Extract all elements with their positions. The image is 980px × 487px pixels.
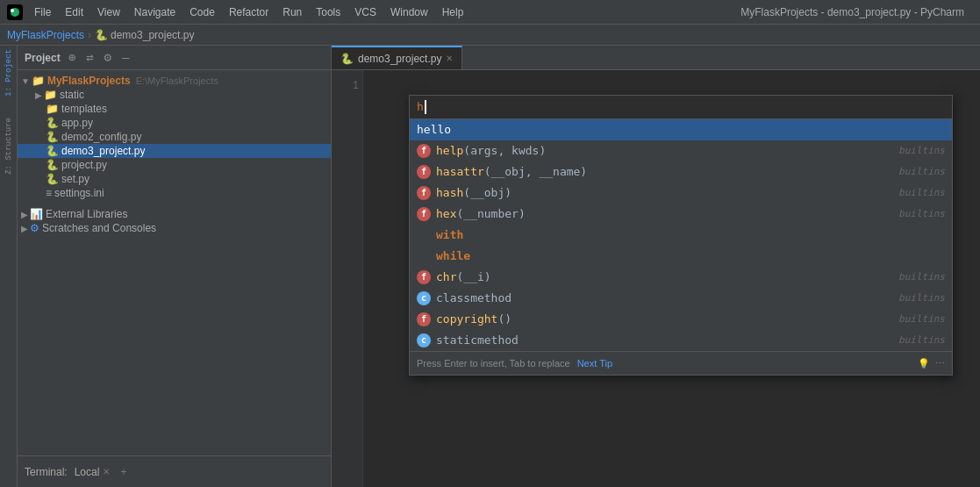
- menu-view[interactable]: View: [91, 4, 126, 20]
- item-source-6: builtins: [898, 269, 945, 286]
- demo2-py-icon: 🐍: [46, 131, 59, 143]
- project-panel-title: Project: [25, 52, 61, 64]
- ext-libs-icon: 📊: [30, 208, 43, 220]
- item-source-3: builtins: [898, 205, 945, 223]
- tree-item-external-libs[interactable]: ▶ 📊 External Libraries: [18, 207, 331, 221]
- badge-f-6: f: [417, 270, 431, 284]
- autocomplete-input-row: h: [410, 96, 952, 119]
- item-name-3: hex(__number): [436, 205, 526, 223]
- line-numbers: 1: [332, 70, 363, 487]
- editor-tabs: 🐍 demo3_project.py ✕: [332, 46, 980, 70]
- bulb-icon[interactable]: 💡: [918, 355, 930, 372]
- menu-tools[interactable]: Tools: [310, 4, 347, 20]
- add-terminal-button[interactable]: +: [120, 466, 126, 478]
- autocomplete-item-1[interactable]: f hasattr(__obj, __name) builtins: [410, 161, 952, 183]
- tree-item-scratches[interactable]: ▶ ⚙ Scratches and Consoles: [18, 221, 331, 235]
- autocomplete-selected-item[interactable]: hello: [410, 119, 952, 140]
- menu-vcs[interactable]: VCS: [348, 4, 383, 20]
- autocomplete-item-0[interactable]: f help(args, kwds) builtins: [410, 140, 952, 161]
- tab-filename: demo3_project.py: [358, 53, 441, 65]
- tree-item-project[interactable]: 🐍 project.py: [18, 158, 331, 172]
- item-name-1: hasattr(__obj, __name): [436, 163, 587, 181]
- menu-run[interactable]: Run: [276, 4, 308, 20]
- tree-item-demo3[interactable]: 🐍 demo3_project.py: [18, 144, 331, 158]
- root-folder-icon: 📁: [32, 75, 45, 87]
- badge-f-1: f: [417, 165, 431, 179]
- more-options-icon[interactable]: ⋯: [935, 355, 945, 372]
- globe-icon[interactable]: ⊕: [66, 49, 78, 66]
- item-source-1: builtins: [898, 163, 945, 181]
- breadcrumb-file-icon: 🐍: [95, 29, 108, 41]
- window-title: MyFlaskProjects - demo3_project.py - PyC…: [740, 6, 973, 18]
- local-tab-close[interactable]: ✕: [103, 467, 110, 476]
- menu-refactor[interactable]: Refactor: [223, 4, 275, 20]
- item-name-6: chr(__i): [436, 269, 491, 286]
- tab-py-icon: 🐍: [340, 53, 354, 65]
- breadcrumb-file[interactable]: demo3_project.py: [111, 29, 194, 41]
- autocomplete-popup: h hello f help(args, kwds) builtins f: [409, 95, 953, 376]
- item-name-7: classmethod: [436, 290, 511, 307]
- autocomplete-item-8[interactable]: f copyright() builtins: [410, 309, 952, 330]
- bottom-bar: Terminal: Local ✕ +: [18, 455, 331, 487]
- structure-tab-label[interactable]: Z: Structure: [4, 118, 13, 175]
- autocomplete-item-2[interactable]: f hash(__obj) builtins: [410, 183, 952, 204]
- item-name-9: staticmethod: [436, 332, 519, 349]
- autocomplete-item-7[interactable]: c classmethod builtins: [410, 288, 952, 309]
- root-name: MyFlaskProjects: [47, 75, 131, 87]
- tree-item-set[interactable]: 🐍 set.py: [18, 172, 331, 186]
- badge-f-2: f: [417, 186, 431, 200]
- autocomplete-item-9[interactable]: c staticmethod builtins: [410, 330, 952, 351]
- badge-f-3: f: [417, 207, 431, 221]
- tree-item-demo2[interactable]: 🐍 demo2_config.py: [18, 130, 331, 144]
- breadcrumb-project[interactable]: MyFlaskProjects: [7, 29, 84, 41]
- main-layout: 1: Project Z: Structure Project ⊕ ⇄ ⚙ — …: [0, 46, 980, 487]
- autocomplete-item-5[interactable]: while: [410, 246, 952, 267]
- local-tab[interactable]: Local ✕: [68, 462, 118, 482]
- templates-folder-icon: 📁: [46, 103, 59, 115]
- menu-bar: File Edit View Navigate Code Refactor Ru…: [28, 4, 740, 20]
- gear-icon[interactable]: ⚙: [102, 49, 114, 66]
- menu-navigate[interactable]: Navigate: [128, 4, 182, 20]
- tree-item-app[interactable]: 🐍 app.py: [18, 116, 331, 130]
- tree-root[interactable]: ▼ 📁 MyFlaskProjects E:\MyFlaskProjects: [18, 74, 331, 88]
- menu-code[interactable]: Code: [183, 4, 221, 20]
- badge-c-9: c: [417, 333, 431, 347]
- badge-f-0: f: [417, 144, 431, 158]
- item-source-7: builtins: [898, 290, 945, 307]
- line-number-1: 1: [332, 77, 359, 95]
- menu-edit[interactable]: Edit: [59, 4, 89, 20]
- demo2-py-name: demo2_config.py: [61, 131, 141, 143]
- cursor-caret: [425, 100, 426, 114]
- left-sidebar-strip: 1: Project Z: Structure: [0, 46, 18, 487]
- tree-item-static[interactable]: ▶ 📁 static: [18, 88, 331, 102]
- item-name-5: while: [436, 247, 470, 265]
- project-py-icon: 🐍: [46, 159, 59, 171]
- terminal-label: Terminal:: [25, 466, 68, 478]
- menu-window[interactable]: Window: [384, 4, 434, 20]
- autocomplete-item-4[interactable]: with: [410, 225, 952, 246]
- menu-help[interactable]: Help: [436, 4, 470, 20]
- tree-item-templates[interactable]: 📁 templates: [18, 102, 331, 116]
- split-icon[interactable]: ⇄: [83, 49, 96, 66]
- footer-icons: 💡 ⋯: [918, 355, 945, 372]
- title-bar: File Edit View Navigate Code Refactor Ru…: [0, 0, 980, 25]
- ext-libs-name: External Libraries: [46, 208, 127, 220]
- editor-tab-demo3[interactable]: 🐍 demo3_project.py ✕: [332, 46, 462, 69]
- file-tree: ▼ 📁 MyFlaskProjects E:\MyFlaskProjects ▶…: [18, 70, 331, 455]
- autocomplete-item-3[interactable]: f hex(__number) builtins: [410, 204, 952, 225]
- static-name: static: [60, 89, 84, 101]
- next-tip-button[interactable]: Next Tip: [577, 355, 612, 372]
- tree-item-settings[interactable]: ≡ settings.ini: [18, 186, 331, 200]
- item-source-8: builtins: [898, 311, 945, 328]
- item-source-0: builtins: [898, 142, 945, 160]
- app-py-name: app.py: [61, 117, 93, 129]
- minimize-icon[interactable]: —: [119, 50, 132, 66]
- item-name-0: help(args, kwds): [436, 142, 546, 160]
- tab-close-button[interactable]: ✕: [446, 54, 453, 63]
- scratches-name: Scratches and Consoles: [42, 222, 156, 234]
- autocomplete-item-6[interactable]: f chr(__i) builtins: [410, 267, 952, 288]
- code-area[interactable]: h hello f help(args, kwds) builtins f: [363, 70, 980, 487]
- item-source-9: builtins: [898, 332, 945, 349]
- menu-file[interactable]: File: [28, 4, 57, 20]
- project-tab-label[interactable]: 1: Project: [4, 49, 13, 97]
